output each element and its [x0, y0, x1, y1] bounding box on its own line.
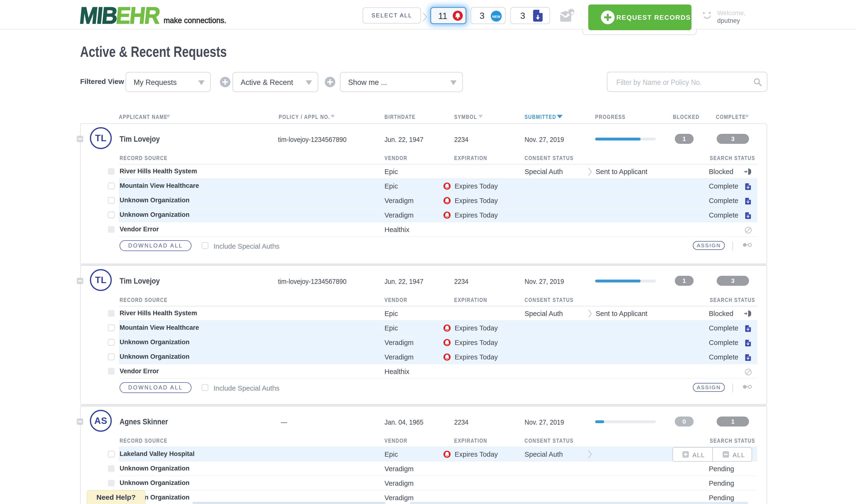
svg-text:NEW: NEW — [492, 15, 501, 19]
